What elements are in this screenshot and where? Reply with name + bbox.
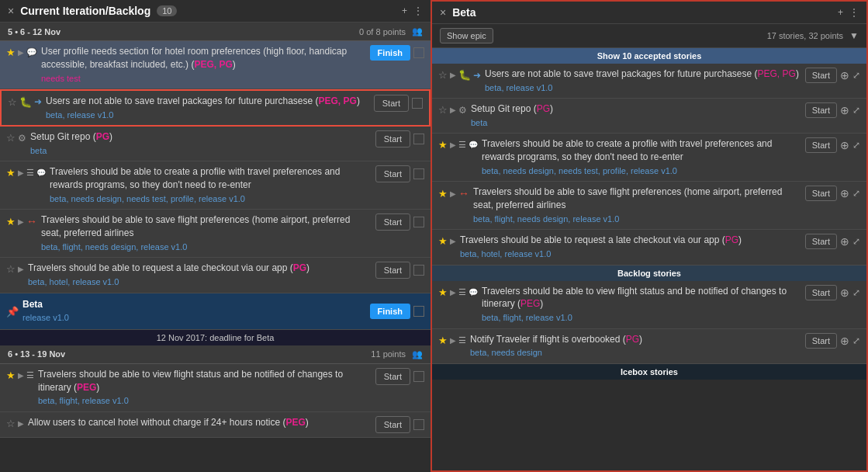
- story-label: needs test: [41, 73, 366, 85]
- left-add-button[interactable]: +: [402, 5, 407, 16]
- start-button[interactable]: Start: [805, 234, 837, 249]
- story-checkbox[interactable]: [413, 265, 424, 276]
- story-icons: ☆ ⚙: [6, 132, 26, 144]
- story-checkbox[interactable]: [412, 98, 423, 109]
- left-panel-count: 10: [157, 5, 177, 16]
- finish-button[interactable]: Finish: [370, 45, 410, 61]
- story-title: Travelers should be able to request a la…: [460, 234, 742, 245]
- star-icon[interactable]: ★: [438, 139, 448, 151]
- expand-icon: ▶: [18, 168, 24, 177]
- right-panel-meta: Show epic 17 stories, 32 points ▼: [432, 24, 866, 48]
- star-icon[interactable]: ☆: [438, 69, 448, 81]
- left-menu-button[interactable]: ⋮: [413, 5, 423, 16]
- star-icon[interactable]: ★: [438, 235, 448, 247]
- expand-icon[interactable]: ⤢: [852, 70, 860, 81]
- right-panel: × Beta + ⋮ Show epic 17 stories, 32 poin…: [431, 0, 868, 472]
- star-icon[interactable]: ☆: [6, 263, 16, 275]
- star-icon[interactable]: ★: [6, 216, 16, 227]
- expand-icon: ▶: [450, 141, 456, 149]
- story-checkbox[interactable]: [413, 419, 424, 430]
- star-icon[interactable]: ★: [438, 335, 448, 346]
- start-button[interactable]: Start: [805, 186, 837, 201]
- left-panel-close[interactable]: ×: [8, 5, 14, 17]
- right-story-actions: Start ⊕ ⤢: [805, 186, 860, 201]
- add-icon[interactable]: ⊕: [840, 69, 849, 82]
- start-button[interactable]: Start: [375, 165, 410, 182]
- right-story-actions: Start ⊕ ⤢: [805, 102, 860, 118]
- expand-icon: ▶: [450, 336, 456, 345]
- right-story-icons: ★ ▶ ↔: [438, 186, 469, 200]
- right-story-text: Travelers should be able to save flight …: [473, 186, 801, 225]
- comment-icon[interactable]: 💬: [469, 141, 478, 149]
- add-icon[interactable]: ⊕: [840, 104, 849, 116]
- story-checkbox[interactable]: [413, 217, 424, 227]
- story-actions: Start: [375, 213, 424, 231]
- start-button[interactable]: Start: [375, 262, 410, 279]
- star-icon[interactable]: ★: [438, 286, 448, 298]
- finish-button[interactable]: Finish: [370, 304, 410, 319]
- expand-icon[interactable]: ⤢: [852, 188, 860, 199]
- expand-icon[interactable]: ▼: [849, 30, 859, 41]
- expand-icon: ▶: [18, 371, 24, 380]
- expand-icon[interactable]: ⤢: [852, 105, 860, 116]
- expand-icon[interactable]: ⤢: [852, 140, 860, 151]
- star-icon[interactable]: ★: [6, 370, 16, 381]
- right-story-icons: ★ ▶ ☰: [438, 333, 466, 346]
- start-button[interactable]: Start: [374, 95, 409, 112]
- story-count: 17 stories, 32 points: [767, 31, 843, 40]
- story-checkbox[interactable]: [413, 47, 424, 58]
- start-button[interactable]: Start: [805, 333, 837, 349]
- start-button[interactable]: Start: [375, 368, 410, 385]
- arrow-icon: ➜: [473, 70, 481, 81]
- start-button[interactable]: Start: [805, 102, 837, 118]
- story-actions: Start: [374, 95, 423, 112]
- add-icon[interactable]: ⊕: [840, 235, 849, 248]
- start-button[interactable]: Start: [375, 130, 410, 148]
- right-panel-close[interactable]: ×: [440, 6, 446, 19]
- iteration-2-avatar: 👥: [412, 349, 423, 359]
- star-icon[interactable]: ★: [6, 47, 16, 58]
- expand-icon[interactable]: ⤢: [852, 287, 860, 298]
- story-text: Travelers should be able to create a pro…: [50, 165, 372, 205]
- right-panel-scroll[interactable]: Show 10 accepted stories ☆ ▶ 🐛 ➜ Users a…: [432, 48, 866, 470]
- story-text: Travelers should be able to view flight …: [38, 368, 372, 408]
- right-story-text: Setup Git repo (PG) beta: [471, 102, 801, 129]
- start-button[interactable]: Start: [375, 416, 410, 433]
- star-icon[interactable]: ☆: [6, 418, 16, 429]
- story-checkbox[interactable]: [413, 134, 424, 144]
- star-icon[interactable]: ★: [438, 188, 448, 200]
- add-icon[interactable]: ⊕: [840, 139, 849, 151]
- icebox-section-header: Icebox stories: [432, 364, 866, 380]
- expand-icon[interactable]: ⤢: [852, 335, 860, 346]
- story-checkbox[interactable]: [413, 168, 424, 179]
- gear-icon: ⚙: [458, 105, 467, 116]
- story-checkbox[interactable]: [413, 306, 424, 317]
- star-icon[interactable]: ☆: [6, 132, 16, 144]
- star-icon[interactable]: ☆: [438, 104, 448, 116]
- comment-icon[interactable]: 💬: [469, 288, 478, 297]
- start-button[interactable]: Start: [805, 285, 837, 300]
- right-story-text: Travelers should be able to create a pro…: [482, 137, 801, 177]
- show-epic-button[interactable]: Show epic: [440, 28, 493, 43]
- star-icon[interactable]: ★: [6, 167, 16, 179]
- comment-icon[interactable]: 💬: [26, 47, 37, 57]
- start-button[interactable]: Start: [375, 213, 410, 231]
- star-icon[interactable]: ☆: [8, 96, 17, 108]
- comment-icon[interactable]: 💬: [36, 168, 46, 177]
- right-story-row: ☆ ▶ 🐛 ➜ Users are not able to save trave…: [432, 64, 866, 99]
- story-checkbox[interactable]: [413, 371, 424, 382]
- story-labels: beta, needs design: [470, 347, 801, 359]
- right-add-button[interactable]: +: [838, 7, 843, 18]
- start-button[interactable]: Start: [805, 137, 837, 153]
- story-icons: ☆ 🐛 ➜: [8, 96, 42, 108]
- add-icon[interactable]: ⊕: [840, 335, 849, 347]
- story-labels: beta, flight, release v1.0: [38, 395, 372, 407]
- arrow-icon: ↔: [26, 215, 37, 227]
- expand-icon[interactable]: ⤢: [852, 236, 860, 247]
- left-scroll-area[interactable]: 5 • 6 - 12 Nov 0 of 8 points 👥 ★ ▶ 💬 Use…: [0, 23, 431, 472]
- story-title: Setup Git repo (PG): [30, 131, 112, 142]
- start-button[interactable]: Start: [805, 68, 837, 83]
- right-menu-button[interactable]: ⋮: [849, 7, 859, 18]
- add-icon[interactable]: ⊕: [840, 187, 849, 200]
- add-icon[interactable]: ⊕: [840, 286, 849, 299]
